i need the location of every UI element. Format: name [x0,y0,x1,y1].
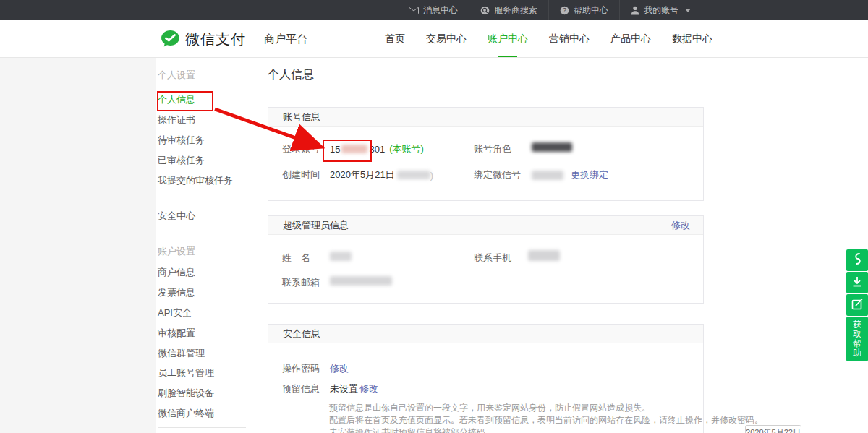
sidebar-divider [158,197,246,197]
reserved-info-edit-link[interactable]: 修改 [359,382,378,395]
my-account-menu[interactable]: 我的账号 [619,0,702,20]
name-label: 姓 名 [282,252,310,265]
sidebar-item-pending-review-tasks[interactable]: 待审核任务 [158,134,205,147]
nav-transaction-center[interactable]: 交易中心 [426,28,467,50]
sidebar-item-face-device[interactable]: 刷脸智能设备 [158,387,214,400]
redacted-email [330,276,392,286]
nav-data-center[interactable]: 数据中心 [672,28,712,50]
wechat-pay-merchant-portal: 消息中心 服务商搜索 ? 帮助中心 我的账号 [0,0,868,433]
help-center-link[interactable]: ? 帮助中心 [548,0,619,20]
super-admin-edit-link[interactable]: 修改 [671,219,690,232]
logo-wordmark: 微信支付 [185,30,246,49]
created-time-value: 2020年5月21日 ) [330,168,433,181]
edit-icon [851,298,864,313]
sidebar-item-api-security[interactable]: API安全 [158,306,192,320]
reserved-info-desc-line-2: 配置后将在首页及充值页面显示。若未看到预留信息，表明当前访问的网站存在风险，请终… [329,414,763,426]
account-info-header: 账号信息 [268,108,703,127]
redacted-role [532,142,572,152]
chevron-down-icon [685,9,691,12]
reserved-info-desc-line-3: 未安装操作证书时预留信息将被部分掩码。 [329,426,494,433]
sidebar-item-operation-certificate[interactable]: 操作证书 [158,113,195,127]
left-gutter [0,58,156,433]
contact-email-label: 联系邮箱 [282,276,320,289]
sidebar-item-merchant-info[interactable]: 商户信息 [158,266,195,279]
sidebar-item-invoice-info[interactable]: 发票信息 [158,286,195,299]
download-float-button[interactable] [846,272,868,293]
contact-phone-label: 联系手机 [474,252,511,265]
nav-product-center[interactable]: 产品中心 [610,28,651,50]
portal-name: 商户平台 [264,33,307,46]
current-account-tag: (本账号) [389,142,424,155]
contact-email-value [330,276,392,286]
sidebar-item-reviewed-tasks[interactable]: 已审核任务 [158,154,205,167]
date-badge: 2020年5月22日 [745,425,801,433]
sidebar-item-merchant-terminal[interactable]: 微信商户终端 [158,407,214,420]
operation-password-edit-link[interactable]: 修改 [330,362,349,375]
my-account-label: 我的账号 [644,4,678,17]
envelope-icon [409,7,419,14]
sidebar-divider [158,427,246,428]
redacted-name [330,252,352,261]
search-icon [480,6,490,15]
message-center-link[interactable]: 消息中心 [398,0,469,20]
contact-phone-value [528,250,560,261]
top-utility-group: 消息中心 服务商搜索 ? 帮助中心 我的账号 [398,0,702,20]
question-circle-icon: ? [560,6,569,15]
login-account-value: 15 301 (本账号) [330,142,424,155]
edit-float-button[interactable] [846,294,868,316]
sidebar-header-personal-settings: 个人设置 [158,69,195,82]
page-title: 个人信息 [268,67,314,82]
security-info-title: 安全信息 [283,327,320,340]
main-header: 微信支付 商户平台 首页 交易中心 账户中心 营销中心 产品中心 数据中心 [0,20,868,58]
help-center-label: 帮助中心 [574,4,608,17]
bound-wechat-value: 更换绑定 [532,168,608,181]
download-icon [851,275,863,291]
reserved-info-status: 未设置 [330,382,358,395]
rebind-link[interactable]: 更换绑定 [571,168,608,181]
sidebar: 个人设置 个人信息 操作证书 待审核任务 已审核任务 我提交的审核任务 安全中心… [156,58,250,433]
user-icon [631,6,639,15]
security-info-header: 安全信息 [268,325,703,343]
svg-text:?: ? [563,7,566,14]
redacted-login-middle [341,145,367,153]
login-account-label: 登录账号 [282,142,320,155]
sidebar-item-wechat-group-mgmt[interactable]: 微信群管理 [158,347,205,360]
wechat-pay-logo-icon [161,30,180,49]
nav-marketing-center[interactable]: 营销中心 [549,28,590,50]
operation-password-label: 操作密码 [282,362,320,375]
sidebar-item-review-config[interactable]: 审核配置 [158,327,195,340]
title-divider [268,95,704,95]
reserved-info-label: 预留信息 [282,382,320,395]
top-utility-bar: 消息中心 服务商搜索 ? 帮助中心 我的账号 [0,0,868,20]
sidebar-item-personal-info[interactable]: 个人信息 [158,93,195,106]
name-value [330,252,352,261]
bound-wechat-label: 绑定微信号 [474,168,521,181]
account-role-label: 账号角色 [474,142,511,155]
account-role-value [532,142,572,152]
super-admin-header: 超级管理员信息 修改 [268,216,703,235]
get-help-label: 获取帮助 [852,320,862,358]
brand-divider [255,33,255,46]
squiggle-icon [851,252,863,268]
brand: 微信支付 商户平台 [161,20,307,58]
get-help-float-button[interactable]: 获取帮助 [846,317,868,361]
service-provider-search-label: 服务商搜索 [494,4,537,17]
service-provider-search-link[interactable]: 服务商搜索 [469,0,548,20]
sidebar-item-staff-account-mgmt[interactable]: 员工账号管理 [158,366,214,380]
redacted-wechat-id [532,171,563,180]
redacted-phone [528,250,560,261]
nav-account-center[interactable]: 账户中心 [488,28,528,50]
primary-nav: 首页 交易中心 账户中心 营销中心 产品中心 数据中心 [385,20,712,58]
sidebar-item-my-submitted-tasks[interactable]: 我提交的审核任务 [158,174,233,187]
redacted-created-tail [397,171,430,179]
sidebar-item-security-center[interactable]: 安全中心 [158,210,195,223]
message-center-label: 消息中心 [423,4,458,17]
sidebar-header-account-settings: 账户设置 [158,245,195,258]
nav-home[interactable]: 首页 [385,28,405,50]
feedback-float-button[interactable] [846,249,868,271]
reserved-info-desc-line-1: 预留信息是由你自己设置的一段文字，用来鉴定网站身份，防止假冒网站造成损失。 [329,402,650,414]
created-time-label: 创建时间 [282,168,320,181]
account-info-title: 账号信息 [283,111,320,124]
super-admin-title: 超级管理员信息 [283,219,349,232]
